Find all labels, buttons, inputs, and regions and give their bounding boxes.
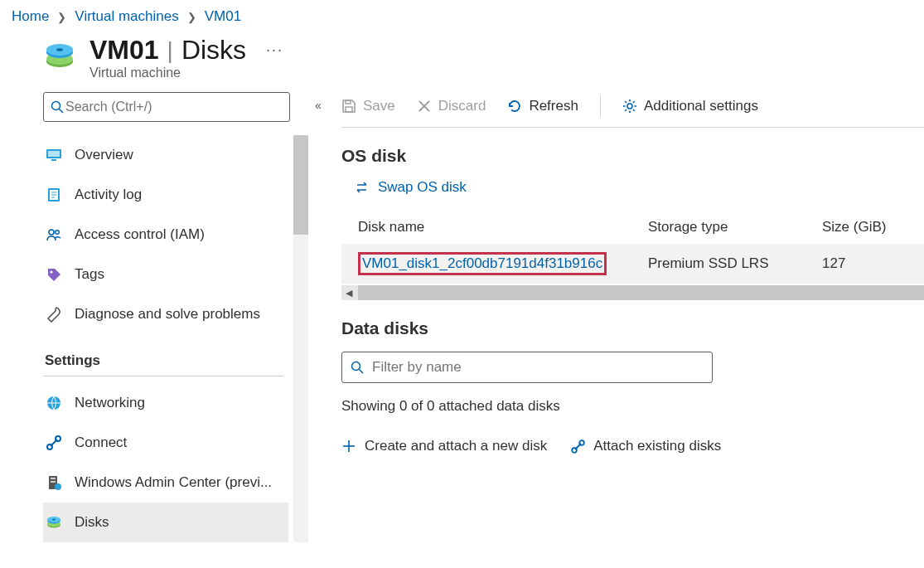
tag-icon: [45, 266, 63, 283]
sidebar-item-label: Networking: [75, 395, 145, 411]
sidebar-item-activity-log[interactable]: Activity log: [43, 175, 288, 215]
save-label: Save: [363, 98, 395, 114]
data-disks-filter[interactable]: [341, 352, 713, 383]
sidebar-item-label: Tags: [75, 266, 104, 283]
horizontal-scrollbar[interactable]: ◀: [341, 285, 924, 300]
os-disk-size: 127: [822, 255, 924, 272]
svg-line-6: [59, 109, 63, 113]
svg-line-39: [625, 101, 626, 103]
save-icon: [341, 99, 356, 114]
sidebar-item-label: Diagnose and solve problems: [75, 306, 260, 323]
sidebar: « Overview Activity log Access co: [0, 92, 308, 542]
refresh-button[interactable]: Refresh: [507, 98, 578, 114]
svg-point-19: [47, 444, 52, 449]
sidebar-item-overview[interactable]: Overview: [43, 135, 288, 175]
create-attach-label: Create and attach a new disk: [365, 438, 547, 454]
page-title-main: VM01: [89, 35, 159, 66]
page-header: VM01 | Disks ··· Virtual machine: [0, 35, 924, 92]
svg-point-43: [352, 362, 360, 371]
scrollbar-thumb[interactable]: [358, 285, 924, 300]
os-disk-section-title: OS disk: [341, 146, 924, 166]
search-input[interactable]: [64, 99, 283, 115]
table-row: VM01_disk1_2cf00db7191d4f31b916c Premium…: [341, 244, 924, 284]
svg-rect-30: [346, 100, 351, 104]
svg-point-17: [50, 270, 52, 273]
swap-os-disk-button[interactable]: Swap OS disk: [341, 179, 924, 196]
save-button[interactable]: Save: [341, 98, 395, 114]
filter-input[interactable]: [370, 358, 704, 376]
sidebar-scrollbar[interactable]: [293, 135, 308, 542]
svg-point-24: [55, 483, 61, 490]
sidebar-search[interactable]: [43, 92, 290, 122]
svg-rect-23: [51, 481, 56, 483]
os-disk-name-highlight: VM01_disk1_2cf00db7191d4f31b916c: [358, 252, 607, 275]
people-icon: [45, 226, 63, 243]
os-disk-table: Disk name Storage type Size (GiB) VM01_d…: [341, 211, 924, 300]
svg-rect-9: [51, 159, 56, 161]
sidebar-item-tags[interactable]: Tags: [43, 255, 288, 294]
filter-icon: [351, 361, 364, 374]
breadcrumb-vm01[interactable]: VM01: [205, 8, 241, 25]
column-disk-name[interactable]: Disk name: [358, 219, 648, 235]
sidebar-item-windows-admin-center[interactable]: Windows Admin Center (previ...: [43, 463, 288, 502]
swap-icon: [355, 180, 370, 195]
sidebar-item-connect[interactable]: Connect: [43, 423, 288, 463]
resource-type-label: Virtual machine: [89, 66, 909, 80]
svg-point-47: [572, 448, 577, 453]
toolbar-divider: [600, 95, 601, 117]
data-disks-status: Showing 0 of 0 attached data disks: [341, 398, 924, 415]
discard-icon: [417, 99, 432, 114]
breadcrumb-virtual-machines[interactable]: Virtual machines: [75, 8, 178, 25]
breadcrumb-home[interactable]: Home: [12, 8, 49, 25]
refresh-icon: [507, 99, 522, 114]
additional-settings-label: Additional settings: [644, 98, 758, 114]
sidebar-item-label: Windows Admin Center (previ...: [75, 474, 272, 491]
sidebar-group-settings: Settings: [43, 334, 283, 376]
discard-label: Discard: [438, 98, 486, 114]
table-header-row: Disk name Storage type Size (GiB): [341, 211, 924, 244]
column-size-gib[interactable]: Size (GiB): [822, 219, 924, 235]
svg-point-20: [56, 436, 60, 441]
svg-line-40: [633, 109, 635, 111]
gear-icon: [622, 99, 637, 114]
globe-icon: [45, 395, 63, 411]
page-title-section: Disks: [181, 35, 246, 66]
disks-resource-icon: [43, 40, 76, 73]
plus-icon: [341, 439, 356, 454]
sidebar-item-label: Disks: [75, 514, 109, 531]
svg-point-5: [52, 102, 60, 110]
svg-point-15: [49, 230, 54, 235]
svg-point-34: [627, 104, 632, 109]
additional-settings-button[interactable]: Additional settings: [622, 98, 758, 114]
swap-os-disk-label: Swap OS disk: [378, 179, 467, 196]
svg-point-16: [56, 231, 60, 235]
sidebar-item-networking[interactable]: Networking: [43, 383, 288, 423]
discard-button[interactable]: Discard: [417, 98, 486, 114]
os-disk-storage-type: Premium SSD LRS: [648, 255, 822, 272]
breadcrumb-separator: ❯: [52, 11, 71, 23]
svg-rect-8: [48, 151, 60, 157]
wrench-icon: [45, 306, 63, 323]
scroll-left-arrow[interactable]: ◀: [341, 288, 356, 299]
sidebar-item-access-control[interactable]: Access control (IAM): [43, 215, 288, 255]
attach-existing-disks-button[interactable]: Attach existing disks: [570, 438, 721, 454]
monitor-icon: [45, 147, 63, 163]
svg-point-4: [56, 48, 63, 51]
connect-icon: [45, 434, 63, 451]
server-icon: [45, 474, 63, 491]
sidebar-item-diagnose[interactable]: Diagnose and solve problems: [43, 294, 288, 334]
sidebar-item-label: Activity log: [75, 187, 142, 203]
create-attach-disk-button[interactable]: Create and attach a new disk: [341, 438, 547, 454]
attach-icon: [570, 439, 585, 454]
svg-line-44: [359, 369, 363, 373]
log-icon: [45, 187, 63, 203]
data-disks-section-title: Data disks: [341, 318, 924, 338]
sidebar-item-disks[interactable]: Disks: [43, 502, 288, 542]
more-actions-button[interactable]: ···: [251, 41, 283, 59]
svg-point-48: [579, 440, 584, 445]
svg-rect-31: [346, 107, 352, 112]
column-storage-type[interactable]: Storage type: [648, 219, 822, 235]
os-disk-name-link[interactable]: VM01_disk1_2cf00db7191d4f31b916c: [362, 255, 602, 271]
refresh-label: Refresh: [529, 98, 578, 114]
sidebar-item-label: Overview: [75, 147, 133, 163]
